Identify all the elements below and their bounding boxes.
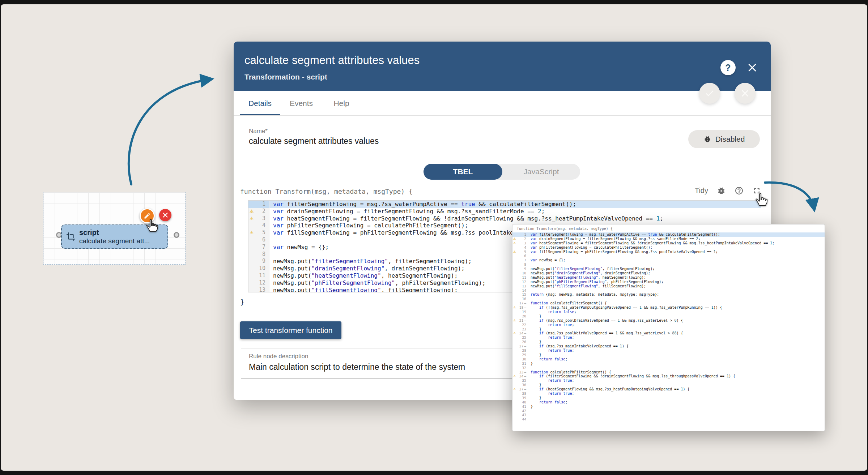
code-line-21[interactable]: ⚠21– if (msg.?ss_poolDrainValveOpened ==…	[512, 318, 825, 323]
code-line-28[interactable]: 28 return true;	[512, 348, 825, 353]
code-text: newMsg.put("heatSegmentFlowing", heatSeg…	[528, 275, 646, 280]
name-input[interactable]	[249, 136, 665, 146]
code-line-23[interactable]: 23 }	[512, 327, 825, 331]
rule-node-script[interactable]: script calculate segment att...	[61, 224, 168, 249]
line-number: 10	[512, 271, 528, 275]
code-line-14[interactable]: 14	[512, 288, 825, 293]
code-line-4[interactable]: 4var phFilterSegmentFlowing = calculateP…	[512, 245, 825, 250]
rule-chain-canvas: script calculate segment att...	[43, 192, 186, 265]
code-line-15[interactable]: 15return {msg: newMsg, metadata: metadat…	[512, 292, 825, 297]
code-line-25[interactable]: 25 return true;	[512, 335, 825, 340]
node-delete-button[interactable]	[159, 209, 171, 221]
help-button[interactable]: ?	[720, 60, 736, 75]
expanded-editor-content[interactable]: 1var filterSegmentFlowing = msg.?ss_wate…	[512, 232, 825, 431]
code-line-1[interactable]: 1var filterSegmentFlowing = msg.?ss_wate…	[512, 232, 825, 237]
code-line-17[interactable]: 17–function calculateFilterSegment() {	[512, 301, 825, 305]
code-line-20[interactable]: 20 }	[512, 314, 825, 318]
code-line-39[interactable]: 39 }	[512, 396, 825, 400]
code-text	[528, 366, 531, 370]
code-line-1[interactable]: 1var filterSegmentFlowing = msg.?ss_wate…	[248, 201, 761, 208]
code-text: }	[528, 361, 533, 366]
code-line-24[interactable]: ⚠24– if (msg.?ss_poolWeirValveOpened == …	[512, 331, 825, 335]
code-line-29[interactable]: 29 }	[512, 353, 825, 357]
code-line-41[interactable]: 41}	[512, 405, 825, 409]
code-text: var phFilterSegmentFlowing = calculatePh…	[269, 222, 468, 229]
fold-marker[interactable]: –	[524, 331, 526, 335]
line-number: 36	[512, 383, 528, 387]
node-name-label: calculate segment att...	[79, 237, 150, 245]
node-edit-button[interactable]	[140, 208, 155, 223]
code-line-33[interactable]: 33–function calculatePhFilterSegment() {	[512, 370, 825, 375]
line-number: 6	[512, 254, 528, 258]
code-line-10[interactable]: 10newMsg.put("drainSegmentFlowing", drai…	[512, 271, 825, 275]
code-line-36[interactable]: 36 }	[512, 383, 825, 387]
code-line-22[interactable]: 22 return true;	[512, 323, 825, 327]
code-line-6[interactable]: 6	[512, 254, 825, 258]
code-line-38[interactable]: 38 return true;	[512, 391, 825, 396]
line-number: 39	[512, 396, 528, 400]
code-line-9[interactable]: 9newMsg.put("filterSegmentFlowing", filt…	[512, 267, 825, 271]
code-line-34[interactable]: ⚠34– if (filterSegmentFlowing && !drainS…	[512, 374, 825, 378]
code-line-26[interactable]: 26 }	[512, 340, 825, 344]
code-line-11[interactable]: 11newMsg.put("heatSegmentFlowing", heatS…	[512, 275, 825, 280]
fold-marker[interactable]: –	[524, 344, 526, 348]
code-line-31[interactable]: 31}	[512, 361, 825, 366]
code-line-2[interactable]: ⚠2var drainSegmentFlowing = filterSegmen…	[512, 237, 825, 241]
code-line-42[interactable]: 42	[512, 409, 825, 413]
fold-marker[interactable]: –	[524, 370, 526, 374]
code-line-5[interactable]: ⚠5var fillSegmentFlowing = phFilterSegme…	[512, 250, 825, 254]
fold-marker[interactable]: –	[524, 318, 526, 322]
line-number: ⚠34–	[512, 374, 528, 378]
code-line-37[interactable]: ⚠37– if (heatSegmentFlowing && msg.?ss_h…	[512, 387, 825, 391]
line-number: 11	[248, 272, 269, 279]
toggle-option-tbel[interactable]: TBEL	[424, 164, 502, 180]
code-line-3[interactable]: ⚠3var heatSegmentFlowing = filterSegment…	[512, 241, 825, 245]
code-text: return true;	[528, 335, 574, 340]
tab-details[interactable]: Details	[240, 91, 280, 115]
code-line-19[interactable]: 19 return false;	[512, 310, 825, 314]
debug-mode-chip[interactable]: Disabled	[688, 130, 760, 148]
line-number: 4	[248, 222, 269, 229]
code-text: return false;	[528, 400, 567, 405]
code-line-40[interactable]: 40 return false;	[512, 400, 825, 405]
code-line-43[interactable]: 43	[512, 413, 825, 417]
debug-icon[interactable]	[716, 186, 726, 195]
fold-marker[interactable]: –	[524, 305, 526, 309]
code-line-35[interactable]: 35 return true;	[512, 378, 825, 383]
code-line-30[interactable]: 30 return false;	[512, 357, 825, 361]
fullscreen-icon[interactable]	[752, 186, 761, 195]
disabled-chip-label: Disabled	[715, 135, 745, 144]
code-line-13[interactable]: 13newMsg.put("fillSegmentFlowing", fillS…	[512, 284, 825, 288]
warning-icon: ⚠	[513, 305, 516, 310]
code-line-16[interactable]: 16	[512, 297, 825, 301]
fold-marker[interactable]: –	[524, 374, 526, 378]
discard-button-disabled	[735, 83, 756, 104]
code-line-7[interactable]: 7var newMsg = {};	[512, 258, 825, 262]
expanded-code-editor[interactable]: function Transform(msg, metadata, msgTyp…	[512, 224, 825, 431]
close-button[interactable]	[746, 61, 758, 74]
code-line-44[interactable]: 44	[512, 417, 825, 421]
fold-marker[interactable]: –	[524, 387, 526, 391]
tab-events[interactable]: Events	[280, 91, 323, 115]
tab-help[interactable]: Help	[323, 91, 360, 115]
code-line-32[interactable]: 32	[512, 366, 825, 370]
code-line-18[interactable]: ⚠18– if (!(msg.?ss_waterPumpOutgoingValv…	[512, 305, 825, 310]
code-line-12[interactable]: 12newMsg.put("phFilterSegmentFlowing", p…	[512, 280, 825, 284]
line-number: 26	[512, 340, 528, 344]
tidy-button[interactable]: Tidy	[695, 187, 708, 195]
code-line-3[interactable]: ⚠3var heatSegmentFlowing = filterSegment…	[248, 215, 761, 222]
code-text: var newMsg = {};	[528, 258, 565, 262]
fold-marker[interactable]: –	[524, 301, 526, 305]
line-number: ⚠3	[512, 241, 528, 245]
editor-help-icon[interactable]	[734, 186, 744, 195]
line-number: 42	[512, 409, 528, 413]
toggle-option-javascript[interactable]: JavaScript	[502, 164, 580, 180]
code-line-27[interactable]: 27– if (msg.?ss_mainIntakeValveOpened ==…	[512, 344, 825, 348]
code-line-8[interactable]: 8	[512, 262, 825, 267]
code-line-2[interactable]: ⚠2var drainSegmentFlowing = filterSegmen…	[248, 208, 761, 215]
code-text: if (msg.?ss_poolWeirValveOpened == 1 && …	[528, 331, 683, 335]
code-text: newMsg.put("phFilterSegmentFlowing", phF…	[528, 280, 663, 284]
test-transformer-button[interactable]: Test transformer function	[240, 321, 341, 339]
node-type-label: script	[79, 228, 150, 237]
node-output-connector[interactable]	[174, 232, 179, 238]
